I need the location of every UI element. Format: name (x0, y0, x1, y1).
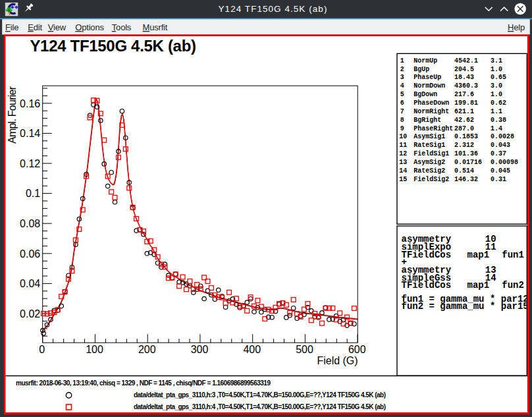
svg-text:0.08: 0.08 (20, 218, 40, 229)
svg-text:500: 500 (296, 344, 313, 355)
svg-text:0.12: 0.12 (20, 158, 40, 169)
svg-text:100: 100 (86, 344, 103, 355)
svg-text:data/deltat_pta_gps_3110,h:4 ,: data/deltat_pta_gps_3110,h:4 ,T0=4.50K,T… (134, 403, 386, 410)
svg-text:data/deltat_pta_gps_3110,h:3 ,: data/deltat_pta_gps_3110,h:3 ,T0=4.50K,T… (134, 391, 386, 399)
svg-text:200: 200 (138, 344, 156, 355)
svg-text:600: 600 (348, 344, 366, 355)
svg-text:10AsymSig10.18530.0028: 10AsymSig10.18530.0028 (399, 133, 514, 140)
svg-text:musrfit: 2018-06-30, 13:19:40,: musrfit: 2018-06-30, 13:19:40, chisq = 1… (16, 379, 271, 387)
svg-text:0.16: 0.16 (20, 98, 40, 109)
svg-text:11RateSig12.3120.043: 11RateSig12.3120.043 (399, 142, 510, 149)
svg-text:0.04: 0.04 (20, 278, 40, 289)
svg-text:Musrfit: Musrfit (143, 22, 168, 32)
svg-text:400: 400 (243, 344, 261, 355)
svg-text:Field (G): Field (G) (317, 355, 358, 366)
svg-text:Edit: Edit (28, 22, 42, 32)
svg-text:fun2 = gamma_mu * par15: fun2 = gamma_mu * par15 (402, 301, 529, 312)
svg-text:Y124 TF150G 4.5K (ab): Y124 TF150G 4.5K (ab) (30, 37, 196, 55)
svg-text:300: 300 (191, 344, 209, 355)
svg-text:0.14: 0.14 (20, 128, 40, 139)
svg-text:0.02: 0.02 (20, 308, 40, 320)
svg-text:Y124 TF150G 4.5K (ab): Y124 TF150G 4.5K (ab) (219, 4, 328, 14)
svg-text:File: File (5, 22, 18, 32)
svg-text:13AsymSig20.017160.00098: 13AsymSig20.017160.00098 (399, 159, 518, 166)
svg-text:0.06: 0.06 (20, 248, 40, 260)
svg-text:Tools: Tools (112, 22, 132, 32)
svg-text:0: 0 (39, 344, 45, 355)
svg-text:View: View (48, 22, 66, 32)
svg-text:14RateSig20.5140.045: 14RateSig20.5140.045 (399, 167, 510, 175)
svg-text:Ampl. Fourier: Ampl. Fourier (7, 86, 18, 144)
svg-text:Help: Help (508, 22, 525, 32)
svg-text:0.1: 0.1 (26, 188, 40, 199)
svg-text:Options: Options (75, 22, 104, 32)
